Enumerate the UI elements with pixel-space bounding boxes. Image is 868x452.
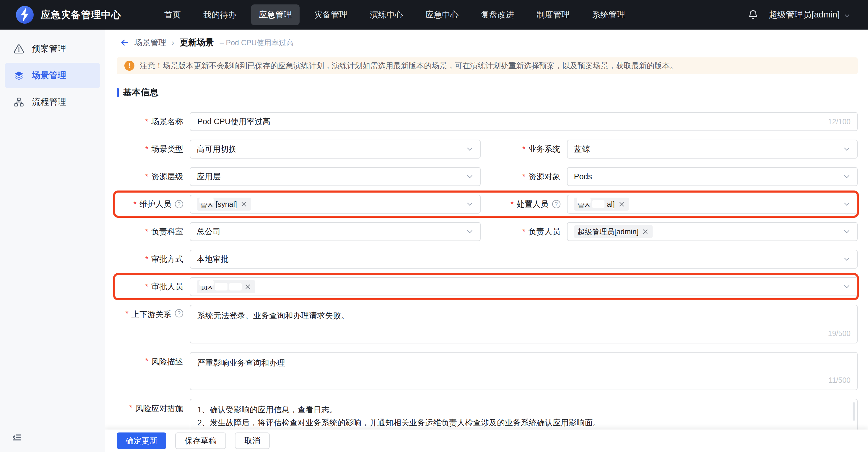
- scene-type-select[interactable]: 高可用切换: [190, 140, 481, 159]
- label-text: 场景名称: [151, 116, 183, 127]
- sidebar-item-scene-mgmt[interactable]: 场景管理: [5, 63, 100, 88]
- question-circle-icon[interactable]: ?: [552, 200, 560, 208]
- brand: 应急灾备管理中心: [16, 5, 121, 24]
- label-text: 业务系统: [529, 144, 560, 154]
- business-system-select[interactable]: 蓝鲸: [567, 140, 858, 159]
- department-select[interactable]: 总公司: [190, 222, 481, 241]
- main-content: 场景管理 › 更新场景 – Pod CPU使用率过高 ! 注意！场景版本更新不会…: [105, 30, 868, 452]
- warning-text: 注意！场景版本更新不会影响到已保存的应急演练计划，演练计划如需选用最新版本的场景…: [140, 61, 677, 71]
- upstream-counter: 19/500: [828, 328, 850, 340]
- chevron-down-icon: [842, 200, 851, 208]
- owner-select[interactable]: 超级管理员[admin]: [567, 222, 858, 241]
- maintainer-label: * 维护人员 ?: [117, 195, 183, 214]
- approver-select[interactable]: 负X: [190, 277, 858, 296]
- chevron-down-icon: [842, 227, 851, 236]
- nav-item-review-improve[interactable]: 复盘改进: [473, 4, 522, 25]
- resource-object-label: * 资源对象: [487, 167, 560, 186]
- question-circle-icon[interactable]: ?: [175, 200, 183, 208]
- user-menu[interactable]: 超级管理员[admin]: [769, 9, 851, 21]
- textarea-scrollbar[interactable]: [852, 402, 855, 421]
- exclamation-circle-icon: !: [124, 61, 134, 71]
- label-text: 审批方式: [151, 254, 183, 264]
- cancel-button[interactable]: 取消: [235, 432, 270, 449]
- footer-action-bar: 确定更新 保存草稿 取消: [105, 429, 868, 452]
- chevron-down-icon: [465, 172, 474, 181]
- sidebar-item-plan-mgmt[interactable]: 预案管理: [5, 36, 100, 61]
- row-scene-name: * 场景名称 12/100: [117, 112, 858, 131]
- remove-tag-icon[interactable]: [618, 200, 625, 208]
- row-approval-method: * 审批方式 本地审批: [117, 250, 858, 269]
- section-accent-bar: [117, 88, 119, 97]
- label-text: 资源对象: [529, 171, 560, 182]
- back-arrow-icon[interactable]: [120, 37, 130, 48]
- collapse-sidebar-icon[interactable]: [11, 431, 23, 443]
- chevron-down-icon: [465, 145, 474, 153]
- owner-tag: 超级管理员[admin]: [574, 225, 653, 238]
- nav-item-home[interactable]: 首页: [157, 4, 188, 25]
- chevron-down-icon: [465, 227, 474, 236]
- breadcrumb-current: 更新场景: [180, 37, 214, 49]
- redacted-text: 曾X: [200, 199, 213, 209]
- approval-method-select[interactable]: 本地审批: [190, 250, 858, 269]
- warning-banner: ! 注意！场景版本更新不会影响到已保存的应急演练计划，演练计划如需选用最新版本的…: [117, 57, 858, 74]
- sidebar-item-label: 流程管理: [32, 96, 66, 108]
- annotated-approver-row: * 审批人员 负X: [117, 277, 858, 296]
- required-mark: *: [510, 200, 514, 209]
- question-circle-icon[interactable]: ?: [175, 309, 183, 317]
- save-draft-button[interactable]: 保存草稿: [175, 432, 226, 449]
- scene-type-label: * 场景类型: [117, 140, 183, 159]
- handler-label: * 处置人员 ?: [487, 195, 560, 214]
- remove-tag-icon[interactable]: [244, 283, 252, 290]
- remove-tag-icon[interactable]: [240, 200, 248, 208]
- bell-icon[interactable]: [747, 9, 759, 21]
- resource-level-value: 应用层: [197, 171, 221, 182]
- row-maintainer: * 维护人员 ? 曾X[synal] *: [117, 195, 858, 214]
- chevron-down-icon: [842, 172, 851, 181]
- warning-triangle-icon: [13, 44, 24, 54]
- nav-item-disaster-mgmt[interactable]: 灾备管理: [307, 4, 355, 25]
- row-department: * 负责科室 总公司 * 负责人员 超级管理员[admin]: [117, 222, 858, 241]
- resource-level-select[interactable]: 应用层: [190, 167, 481, 186]
- breadcrumb-parent[interactable]: 场景管理: [134, 37, 166, 48]
- confirm-update-button[interactable]: 确定更新: [117, 432, 166, 449]
- nav-item-emergency-mgmt[interactable]: 应急管理: [251, 4, 300, 25]
- sidebar-item-process-mgmt[interactable]: 流程管理: [5, 89, 100, 115]
- nav-item-todo[interactable]: 我的待办: [195, 4, 244, 25]
- nav-item-emergency-center[interactable]: 应急中心: [418, 4, 466, 25]
- maintainer-select[interactable]: 曾X[synal]: [190, 195, 481, 214]
- tag-text: [synal]: [216, 200, 237, 208]
- required-mark: *: [125, 309, 128, 318]
- layers-icon: [13, 70, 24, 81]
- required-mark: *: [145, 145, 148, 154]
- business-system-value: 蓝鲸: [574, 144, 590, 154]
- risk-measures-line1: 1、确认受影响的应用信息，查看日志。: [197, 403, 850, 417]
- nav-item-system-mgmt[interactable]: 系统管理: [584, 4, 633, 25]
- flow-icon: [13, 97, 24, 107]
- nav-item-policy-mgmt[interactable]: 制度管理: [529, 4, 577, 25]
- resource-object-select[interactable]: Pods: [567, 167, 858, 186]
- handler-select[interactable]: 曾Xal]: [567, 195, 858, 214]
- required-mark: *: [145, 357, 148, 366]
- nav-item-drill-center[interactable]: 演练中心: [362, 4, 411, 25]
- label-text: 维护人员: [140, 199, 172, 209]
- redacted-text: 负X: [200, 282, 213, 292]
- risk-desc-textarea[interactable]: 严重影响业务查询和办理 11/500: [190, 352, 858, 390]
- upstream-value: 系统无法登录、业务查询和办理请求失败。: [197, 309, 850, 322]
- scene-type-value: 高可用切换: [197, 144, 237, 154]
- label-text: 资源层级: [151, 171, 183, 182]
- section-header: 基本信息: [117, 86, 858, 98]
- scene-name-input[interactable]: [190, 113, 857, 131]
- redaction-blob: [592, 200, 604, 208]
- main-nav: 首页 我的待办 应急管理 灾备管理 演练中心 应急中心 复盘改进 制度管理 系统…: [157, 4, 633, 25]
- redaction-blob: [229, 283, 242, 290]
- chevron-down-icon: [842, 282, 851, 291]
- upstream-textarea[interactable]: 系统无法登录、业务查询和办理请求失败。 19/500: [190, 305, 858, 343]
- required-mark: *: [522, 145, 526, 154]
- required-mark: *: [145, 227, 148, 236]
- required-mark: *: [133, 200, 136, 209]
- remove-tag-icon[interactable]: [642, 228, 649, 235]
- label-text: 负责科室: [151, 226, 183, 237]
- breadcrumb: 场景管理 › 更新场景 – Pod CPU使用率过高: [105, 30, 868, 56]
- label-text: 上下游关系: [131, 309, 172, 320]
- sidebar-item-label: 预案管理: [32, 43, 66, 55]
